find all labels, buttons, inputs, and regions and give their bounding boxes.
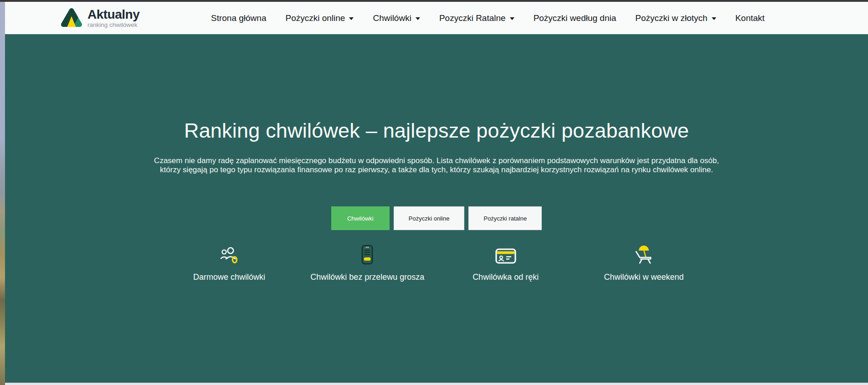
category-button-label: Pożyczki ratalne (483, 215, 527, 222)
feature-item[interactable]: Chwilówki bez przelewu grosza (298, 243, 436, 282)
hero-section: Ranking chwilówek – najlepsze pożyczki p… (5, 34, 868, 383)
main-menu: Strona główna Pożyczki online Chwilówki (211, 2, 765, 34)
hero-description: Czasem nie damy radę zaplanować miesięcz… (153, 156, 720, 174)
desktop-wallpaper-strip (0, 0, 5, 385)
category-button-label: Chwilówki (347, 215, 374, 222)
nav-item[interactable]: Strona główna (211, 13, 266, 23)
nav-item-label: Pożyczki według dnia (534, 13, 616, 23)
logo-subtitle: ranking chwilówek (87, 21, 139, 28)
navbar: Aktualny ranking chwilówek Strona główna… (5, 2, 868, 34)
nav-item-label: Pożyczki online (285, 13, 345, 23)
feature-label: Chwilówki w weekend (604, 272, 683, 282)
browser-page: Aktualny ranking chwilówek Strona główna… (5, 2, 868, 385)
feature-row: Darmowe chwilówki Chwilówki bez przelewu… (160, 243, 713, 282)
page-title: Ranking chwilówek – najlepsze pożyczki p… (5, 119, 868, 143)
nav-item-label: Pożyczki w złotych (635, 13, 707, 23)
phone-icon (360, 243, 375, 265)
desktop-screen: Aktualny ranking chwilówek Strona główna… (0, 0, 868, 385)
nav-item[interactable]: Pozyczki Ratalne (439, 13, 514, 23)
feature-label: Chwilówki bez przelewu grosza (310, 272, 424, 282)
logo-title: Aktualny (87, 8, 139, 21)
nav-item[interactable]: Kontakt (735, 13, 765, 23)
nav-item-label: Kontakt (735, 13, 765, 23)
chevron-down-icon (712, 17, 716, 20)
category-button[interactable]: Pożyczki online (394, 206, 465, 230)
chevron-down-icon (510, 17, 514, 20)
nav-item-label: Strona główna (211, 13, 266, 23)
bottom-strip (5, 383, 868, 385)
people-zero-icon (219, 243, 240, 265)
nav-item[interactable]: Pożyczki według dnia (534, 13, 616, 23)
logo-triangle-icon (61, 7, 82, 30)
category-button[interactable]: Pożyczki ratalne (468, 206, 542, 230)
nav-item[interactable]: Chwilówki (373, 13, 420, 23)
category-button-label: Pożyczki online (409, 215, 450, 222)
feature-item[interactable]: Chwilówka od ręki (437, 243, 575, 282)
category-button[interactable]: Chwilówki (331, 206, 390, 230)
logo[interactable]: Aktualny ranking chwilówek (61, 7, 139, 30)
feature-label: Chwilówka od ręki (473, 272, 539, 282)
feature-item[interactable]: Darmowe chwilówki (160, 243, 298, 282)
feature-item[interactable]: Chwilówki w weekend (575, 243, 713, 282)
nav-item-label: Chwilówki (373, 13, 411, 23)
chevron-down-icon (416, 17, 420, 20)
chevron-down-icon (349, 17, 354, 20)
beach-chair-icon (633, 243, 654, 265)
id-card-icon (495, 243, 517, 265)
nav-item[interactable]: Pożyczki w złotych (635, 13, 716, 23)
category-buttons: Chwilówki Pożyczki online Pożyczki ratal… (5, 206, 868, 230)
nav-item[interactable]: Pożyczki online (285, 13, 354, 23)
nav-item-label: Pozyczki Ratalne (439, 13, 506, 23)
feature-label: Darmowe chwilówki (193, 272, 265, 282)
